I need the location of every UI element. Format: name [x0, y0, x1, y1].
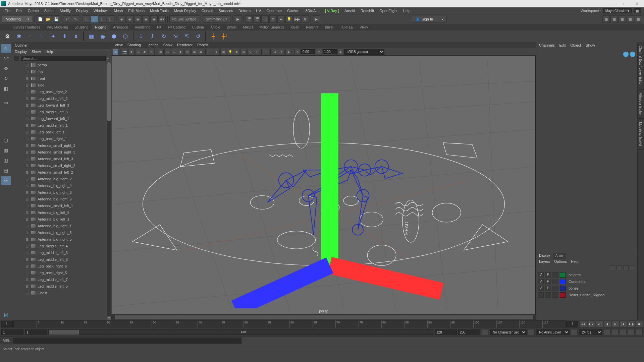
vp-xray-joints-icon[interactable]: ✦ — [279, 49, 285, 55]
panel-toggle-3-icon[interactable]: ▦ — [619, 15, 626, 23]
vp-menu-shading[interactable]: Shading — [127, 43, 141, 48]
goto-start-icon[interactable]: ⏮ — [580, 321, 587, 327]
pause-icon[interactable]: ⏸ — [302, 15, 309, 23]
outliner-pane-icon[interactable]: ☷ — [1, 176, 11, 185]
outliner-item[interactable]: ⊞Leg_back_left_1 — [12, 129, 107, 135]
outliner-item[interactable]: ⊞persp — [12, 62, 107, 68]
outliner-item[interactable]: ⊞Leg_middle_left_8 — [12, 256, 107, 263]
history-icon[interactable]: ▶ — [234, 15, 241, 23]
outliner-item[interactable]: ⊞Leg_middle_left_1 — [12, 122, 107, 129]
play-forward-icon[interactable]: ⏵ — [612, 321, 619, 327]
rvtab-attribute-editor[interactable]: Attribute Editor — [638, 89, 643, 119]
outliner-menu-display[interactable]: Display — [15, 50, 27, 54]
shelf-insert-joint-icon[interactable]: ⟋ — [25, 31, 36, 41]
symmetry-dropdown[interactable]: Symmetry: Off — [203, 15, 230, 23]
undo-icon[interactable]: ↶ — [64, 15, 71, 23]
shelf-ik-handle-icon[interactable]: ⇞ — [59, 31, 70, 41]
shelf-ik-spline-icon[interactable]: ⇟ — [70, 31, 81, 41]
shelftab-mash[interactable]: MASH — [240, 24, 256, 30]
two-pane-h-icon[interactable]: ▤ — [1, 166, 11, 175]
vp-image-plane-icon[interactable]: ▭ — [135, 49, 141, 55]
anim-prefs-icon[interactable] — [636, 329, 643, 335]
outliner-item[interactable]: ⊞side — [12, 82, 107, 88]
open-scene-icon[interactable]: 📂 — [45, 15, 52, 23]
outliner-item[interactable]: ⊞Leg_back_right_5 — [12, 269, 107, 276]
shelftab-animation[interactable]: Animation — [110, 24, 131, 30]
vp-menu-renderer[interactable]: Renderer — [177, 43, 193, 48]
layer-row[interactable]: VPControlers — [536, 278, 637, 285]
outliner-item[interactable]: ⊞Leg_middle_left_6 — [12, 249, 107, 256]
outliner-item[interactable]: ⊞Antenna_small_right_2 — [12, 162, 107, 169]
outliner-item[interactable]: ⊞Antenna_big_right_4 — [12, 182, 107, 189]
snap-live-icon[interactable]: ◈ — [150, 15, 158, 23]
range-end-input[interactable] — [458, 329, 480, 335]
layer-new-empty-icon[interactable] — [623, 265, 629, 270]
rotate-tool-icon[interactable]: ↻ — [1, 74, 11, 83]
playback-start-input[interactable] — [25, 329, 47, 335]
cb-tab-object[interactable]: Object — [570, 43, 581, 48]
fps-dropdown[interactable]: 24 fps — [579, 329, 602, 335]
vp-menu-show[interactable]: Show — [163, 43, 173, 48]
vp-gamma-input[interactable] — [323, 49, 337, 54]
outliner-item[interactable]: ⊞Leg_middle_left_7 — [12, 276, 107, 283]
play-back-icon[interactable]: ⏴ — [604, 321, 611, 327]
menu-modify[interactable]: Modify — [57, 9, 73, 13]
vp-field-chart-icon[interactable]: ⊕ — [184, 49, 191, 55]
shelftab-curves[interactable]: Curves / Surfaces — [10, 24, 43, 30]
outliner-item[interactable]: ⊞Antenna_big_left_8 — [12, 209, 107, 216]
render-icon[interactable]: 🎬 — [245, 15, 253, 23]
vp-gamma-icon[interactable]: γ — [316, 49, 322, 55]
vp-safe-action-icon[interactable]: ▣ — [191, 49, 197, 55]
menu-redshift[interactable]: Redshift — [358, 9, 377, 13]
outliner-item[interactable]: ⊞front — [12, 75, 107, 82]
outliner-item[interactable]: ⊞Leg_back_right_6 — [12, 263, 107, 269]
vp-film-gate-icon[interactable]: ▭ — [164, 49, 170, 55]
outliner-item[interactable]: ⊞Leg_middle_left_3 — [12, 109, 107, 115]
outliner-item[interactable]: ⊞Antenna_small_left_2 — [12, 169, 107, 176]
lasso-tool-icon[interactable]: ↖* — [1, 54, 11, 63]
loop-icon[interactable] — [604, 329, 610, 335]
step-back-key-icon[interactable]: ⏴⏴ — [588, 321, 595, 327]
vp-use-lights-icon[interactable]: 💡 — [227, 49, 233, 55]
vp-resolution-gate-icon[interactable]: ▭ — [171, 49, 177, 55]
prefs-icon[interactable] — [620, 329, 627, 335]
redo-icon[interactable]: ↷ — [72, 15, 79, 23]
outliner-menu-show[interactable]: Show — [32, 50, 41, 54]
snap-plane-icon[interactable]: ◈ — [142, 15, 150, 23]
layer-move-down-icon[interactable] — [616, 265, 622, 270]
outliner-item[interactable]: ⊞Antenna_small_left_1 — [12, 202, 107, 209]
menu-3dtoall[interactable]: - 3DtoAll - — [301, 9, 322, 13]
close-button[interactable]: ✕ — [634, 1, 640, 6]
vp-2d-pan-icon[interactable]: ◐ — [142, 49, 148, 55]
shelf-detach-skin-icon[interactable]: ◉ — [97, 31, 108, 41]
outliner-item[interactable]: ⊞Leg_forward_left_3 — [12, 102, 107, 109]
vp-xray-icon[interactable]: ◈ — [272, 49, 278, 55]
snap-toggle-icon[interactable]: ◈▾ — [158, 15, 166, 23]
vp-safe-title-icon[interactable]: ▣ — [198, 49, 204, 55]
shelftab-sculpting[interactable]: Sculpting — [71, 24, 92, 30]
shelftab-vray[interactable]: VRay — [356, 24, 371, 30]
select-hierarchy-icon[interactable]: ⬚ — [91, 15, 98, 23]
vp-exposure-input[interactable] — [301, 49, 315, 54]
maximize-button[interactable]: □ — [622, 1, 628, 6]
outliner-menu-help[interactable]: Help — [46, 50, 53, 54]
vp-grid-icon[interactable]: ▦ — [158, 49, 164, 55]
goto-end-icon[interactable]: ⏭ — [636, 321, 643, 327]
shelf-hik-icon[interactable]: ┿ — [208, 31, 219, 41]
shelf-constrain-pole-icon[interactable]: ↺ — [193, 31, 203, 41]
animlayer-btn-icon[interactable] — [571, 329, 578, 335]
vp-motion-blur-icon[interactable]: ∿ — [247, 49, 253, 55]
snap-grid-icon[interactable]: ◈ — [118, 15, 125, 23]
layermenu-layers[interactable]: Layers — [539, 259, 550, 264]
outliner-item[interactable]: ⊞Leg_middle_left_4 — [12, 243, 107, 249]
shelf-joint-icon[interactable]: ✱ — [13, 31, 24, 41]
select-component-icon[interactable]: ⬚ — [107, 15, 114, 23]
vp-isolate-icon[interactable]: ⊡ — [263, 49, 269, 55]
menu-mesh-display[interactable]: Mesh Display — [171, 9, 199, 13]
shelftab-bullet[interactable]: Bullet — [322, 24, 337, 30]
layertab-anim[interactable]: Anim — [553, 253, 566, 259]
shelf-quick-rig-icon[interactable]: ┿² — [219, 31, 230, 41]
move-tool-icon[interactable]: ✥ — [1, 64, 11, 73]
outliner-search-dropdown-icon[interactable]: ▾ — [107, 56, 109, 61]
render-region-icon[interactable]: ⬚ — [261, 15, 269, 23]
